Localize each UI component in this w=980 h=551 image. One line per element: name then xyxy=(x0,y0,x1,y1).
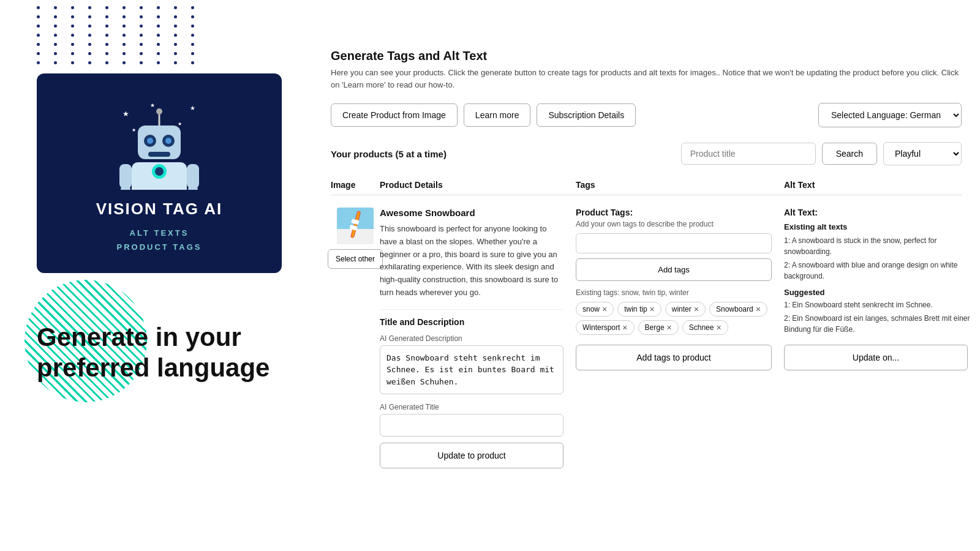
language-select[interactable]: Selected Language: German Selected Langu… xyxy=(818,103,962,127)
add-tags-button[interactable]: Add tags xyxy=(576,258,772,281)
update-to-product-button[interactable]: Update to product xyxy=(380,443,564,468)
alt-text-title: Alt Text: xyxy=(784,208,974,217)
title-description-section: Title and Description AI Generated Descr… xyxy=(380,309,564,469)
alt-text-cell: Alt Text: Existing alt texts 1: A snowbo… xyxy=(784,208,980,370)
right-panel: Generate Tags and Alt Text Here you can … xyxy=(325,0,980,500)
product-row: Select other Awesome Snowboard This snow… xyxy=(331,200,962,476)
tag-chip-berge: Berge × xyxy=(638,320,679,335)
svg-point-15 xyxy=(155,167,164,176)
search-input[interactable] xyxy=(681,143,816,165)
generate-tagline: Generate in yourpreferred language xyxy=(37,322,282,384)
select-other-button[interactable]: Select other xyxy=(328,249,383,269)
update-alt-text-button[interactable]: Update on... xyxy=(784,345,968,370)
search-button[interactable]: Search xyxy=(822,143,877,165)
tag-chip-snow: snow × xyxy=(576,302,614,317)
svg-point-10 xyxy=(147,138,153,144)
title-desc-subtitle: Title and Description xyxy=(380,309,564,327)
svg-text:★: ★ xyxy=(132,127,136,133)
ai-title-label: AI Generated Title xyxy=(380,403,564,411)
existing-alt-texts-title: Existing alt texts xyxy=(784,222,974,231)
left-panel: ★ ★ ★ ★ ★ xyxy=(0,0,318,408)
svg-point-6 xyxy=(156,108,162,114)
tags-section-title: Product Tags: xyxy=(576,208,772,217)
product-image-cell: Select other xyxy=(331,208,380,269)
style-select[interactable]: Playful Professional Casual Formal xyxy=(883,142,962,165)
products-header: Your products (5 at a time) Search Playf… xyxy=(331,142,962,165)
logo-title: VISION TAG AI xyxy=(55,200,263,219)
add-tags-to-product-button[interactable]: Add tags to product xyxy=(576,345,772,370)
product-details-cell: Awesome Snowboard This snowboard is perf… xyxy=(380,208,576,468)
tag-remove-winter[interactable]: × xyxy=(694,305,699,313)
svg-text:★: ★ xyxy=(150,102,155,108)
product-name: Awesome Snowboard xyxy=(380,208,564,218)
alt-text-existing-2: 2: A snowboard with blue and orange desi… xyxy=(784,260,974,282)
ai-title-input[interactable] xyxy=(380,414,564,437)
tags-cell: Product Tags: Add your own tags to descr… xyxy=(576,208,784,370)
tag-input[interactable] xyxy=(576,233,772,253)
tag-chip-winter: winter × xyxy=(665,302,706,317)
tag-chip-wintersport: Wintersport × xyxy=(576,320,635,335)
svg-text:★: ★ xyxy=(123,110,129,118)
tags-list: snow × twin tip × winter × Snowboard × W… xyxy=(576,302,772,335)
existing-tags-label: Existing tags: snow, twin tip, winter xyxy=(576,288,772,297)
ai-description-textarea[interactable] xyxy=(380,345,564,395)
tag-remove-twin-tip[interactable]: × xyxy=(650,305,655,313)
subscription-button[interactable]: Subscription Details xyxy=(537,103,636,127)
tag-remove-snowboard[interactable]: × xyxy=(756,305,761,313)
suggested-alt-title: Suggested xyxy=(784,288,974,297)
tag-remove-wintersport[interactable]: × xyxy=(622,323,627,332)
create-product-button[interactable]: Create Product from Image xyxy=(331,103,458,127)
col-details: Product Details xyxy=(380,180,576,190)
tags-hint: Add your own tags to describe the produc… xyxy=(576,220,772,228)
tag-remove-schnee[interactable]: × xyxy=(716,323,721,332)
svg-text:★: ★ xyxy=(178,121,182,127)
alt-text-suggested-1: 1: Ein Snowboard steht senkrecht im Schn… xyxy=(784,299,974,310)
svg-text:★: ★ xyxy=(190,105,195,111)
col-image: Image xyxy=(331,180,380,190)
toolbar: Create Product from Image Learn more Sub… xyxy=(331,103,962,127)
tag-chip-twin-tip: twin tip × xyxy=(617,302,662,317)
col-tags: Tags xyxy=(576,180,784,190)
tag-chip-snowboard: Snowboard × xyxy=(709,302,767,317)
svg-rect-12 xyxy=(148,152,170,157)
svg-point-11 xyxy=(165,138,172,144)
table-header: Image Product Details Tags Alt Text xyxy=(331,175,962,195)
robot-illustration: ★ ★ ★ ★ ★ xyxy=(55,98,263,190)
page-description: Here you can see your products. Click th… xyxy=(331,67,962,91)
tag-remove-snow[interactable]: × xyxy=(602,305,607,313)
page-title: Generate Tags and Alt Text xyxy=(331,49,962,63)
logo-subtitle: ALT TEXTSPRODUCT TAGS xyxy=(55,226,263,255)
alt-text-suggested-2: 2: Ein Snowboard ist ein langes, schmale… xyxy=(784,313,974,335)
ai-desc-label: AI Generated Description xyxy=(380,334,564,343)
alt-text-existing-1: 1: A snowboard is stuck in the snow, per… xyxy=(784,235,974,257)
col-alt-text: Alt Text xyxy=(784,180,980,190)
learn-more-button[interactable]: Learn more xyxy=(464,103,531,127)
tag-remove-berge[interactable]: × xyxy=(667,323,672,332)
logo-card: ★ ★ ★ ★ ★ xyxy=(37,73,282,273)
tag-chip-schnee: Schnee × xyxy=(682,320,728,335)
section-header: Generate Tags and Alt Text Here you can … xyxy=(331,49,962,91)
products-label: Your products (5 at a time) xyxy=(331,149,675,159)
product-description: This snowboard is perfect for anyone loo… xyxy=(380,223,564,299)
product-thumbnail xyxy=(337,208,374,244)
